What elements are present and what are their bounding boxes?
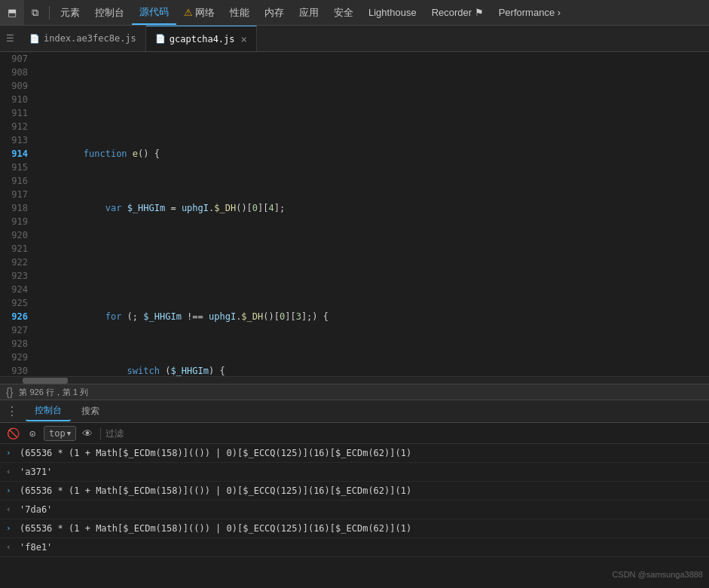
code-line-910 [40, 256, 709, 269]
code-text: function e() { [40, 147, 160, 161]
inspect-icon: ⬒ [8, 7, 17, 18]
arrow-in-1[interactable]: › [6, 446, 17, 460]
toggle-button[interactable]: ⊙ [24, 425, 41, 442]
tab-bar: ☰ 📄 index.ae3fec8e.js 📄 gcaptcha4.js × [0, 26, 709, 52]
menu-memory[interactable]: 内存 [257, 0, 292, 25]
security-label: 安全 [334, 6, 353, 20]
console-content-6: 'f8e1' [20, 541, 703, 554]
menu-recorder[interactable]: Recorder ⚑ [424, 0, 491, 25]
code-text: var $_HHGIm = uphgI.$_DH()[0][4]; [40, 201, 285, 215]
three-dots-icon[interactable]: ⋮ [6, 404, 18, 418]
tab-close-button[interactable]: × [241, 34, 247, 44]
tab-search[interactable]: 搜索 [72, 402, 108, 421]
top-dropdown[interactable]: top ▼ [44, 426, 76, 441]
menu-application[interactable]: 应用 [292, 0, 326, 25]
sources-label: 源代码 [139, 5, 169, 19]
recorder-label: Recorder ⚑ [432, 7, 484, 18]
console-line-4: ‹ '7da6' [0, 501, 709, 519]
menu-network[interactable]: ⚠ 网络 [176, 0, 222, 25]
application-label: 应用 [299, 6, 319, 20]
tab-label-index: index.ae3fec8e.js [44, 33, 136, 44]
code-line-909: var $_HHGIm = uphgI.$_DH()[0][4]; [40, 201, 709, 215]
menu-console[interactable]: 控制台 [87, 0, 132, 25]
code-line-908: function e() { [40, 147, 709, 161]
console-line-3: › (65536 * (1 + Math[$_ECDm(158)](()) | … [0, 482, 709, 501]
tab-gcaptcha[interactable]: 📄 gcaptcha4.js × [146, 26, 257, 51]
tab-console[interactable]: 控制台 [26, 401, 71, 421]
tab-bar-icon: ☰ [0, 26, 20, 51]
inspect-toggle[interactable]: ⬒ [0, 0, 24, 25]
scroll-thumb[interactable] [23, 378, 68, 384]
page-icon: ☰ [6, 33, 14, 44]
console-content-1: (65536 * (1 + Math[$_ECDm(158)](()) | 0)… [20, 446, 703, 460]
curly-icon: {} [6, 386, 13, 398]
line-numbers: 907 908 909 910 911 912 913 914 915 916 … [0, 52, 34, 376]
tab-icon-gcaptcha: 📄 [155, 34, 166, 44]
code-text: for (; $_HHGIm !== uphgI.$_DH()[0][3];) … [40, 310, 329, 323]
console-line-2: ‹ 'a371' [0, 463, 709, 482]
code-line-911: for (; $_HHGIm !== uphgI.$_DH()[0][3];) … [40, 310, 709, 323]
console-content-3: (65536 * (1 + Math[$_ECDm(158)](()) | 0)… [20, 484, 703, 498]
clear-icon: 🚫 [7, 427, 20, 439]
device-toggle[interactable]: ⧉ [24, 0, 46, 25]
console-label: 控制台 [95, 6, 124, 20]
menu-security[interactable]: 安全 [326, 0, 361, 25]
elements-label: 元素 [60, 6, 80, 20]
arrow-in-2[interactable]: › [6, 484, 17, 498]
menu-performance[interactable]: 性能 [222, 0, 257, 25]
menu-bar: ⬒ ⧉ 元素 控制台 源代码 ⚠ 网络 性能 内存 应用 安全 Lighthou… [0, 0, 709, 26]
console-line-5: › (65536 * (1 + Math[$_ECDm(158)](()) | … [0, 519, 709, 538]
console-content-2: 'a371' [20, 465, 703, 479]
horizontal-scrollbar[interactable] [0, 376, 709, 384]
eye-button[interactable]: 👁 [79, 425, 96, 442]
console-toolbar: 🚫 ⊙ top ▼ 👁 [0, 423, 709, 444]
tab-label-gcaptcha: gcaptcha4.js [170, 34, 235, 44]
perf2-label: Performance › [499, 7, 561, 18]
code-line-912: switch ($_HHGIm) { [40, 364, 709, 376]
menu-elements[interactable]: 元素 [53, 0, 87, 25]
performance-label: 性能 [230, 6, 249, 20]
filter-input[interactable] [105, 428, 166, 439]
arrow-in-3[interactable]: › [6, 522, 17, 535]
network-label: 网络 [195, 6, 215, 20]
console-tabs: ⋮ 控制台 搜索 [0, 400, 709, 423]
console-content-4: '7da6' [20, 503, 703, 516]
code-content[interactable]: function e() { var $_HHGIm = uphgI.$_DH(… [34, 52, 709, 376]
arrow-out-1: ‹ [6, 465, 17, 479]
arrow-out-2: ‹ [6, 503, 17, 516]
console-line-1: › (65536 * (1 + Math[$_ECDm(158)](()) | … [0, 444, 709, 463]
separator [49, 6, 50, 20]
editor-area: 907 908 909 910 911 912 913 914 915 916 … [0, 52, 709, 376]
arrow-out-3: ‹ [6, 541, 17, 554]
console-line-6: ‹ 'f8e1' [0, 538, 709, 557]
console-content-5: (65536 * (1 + Math[$_ECDm(158)](()) | 0)… [20, 522, 703, 535]
code-line-907 [40, 93, 709, 106]
device-icon: ⧉ [32, 7, 38, 19]
warn-icon: ⚠ [184, 7, 193, 18]
toolbar-separator [100, 427, 101, 439]
menu-lighthouse[interactable]: Lighthouse [361, 0, 424, 25]
code-text: switch ($_HHGIm) { [40, 364, 225, 376]
position-label: 第 926 行，第 1 列 [19, 387, 88, 398]
lighthouse-label: Lighthouse [368, 7, 417, 18]
status-bar: {} 第 926 行，第 1 列 [0, 384, 709, 400]
memory-label: 内存 [264, 6, 284, 20]
clear-button[interactable]: 🚫 [5, 425, 21, 442]
dropdown-arrow: ▼ [67, 430, 71, 437]
tab-icon-index: 📄 [29, 34, 40, 44]
tab-index[interactable]: 📄 index.ae3fec8e.js [20, 26, 146, 51]
top-label: top [49, 428, 66, 439]
eye-icon: 👁 [82, 427, 93, 439]
circle-icon: ⊙ [29, 427, 35, 439]
menu-perf2[interactable]: Performance › [491, 0, 568, 25]
console-output[interactable]: › (65536 * (1 + Math[$_ECDm(158)](()) | … [0, 444, 709, 588]
menu-sources[interactable]: 源代码 [132, 0, 176, 25]
watermark: CSDN @samsunga3888 [612, 570, 703, 579]
